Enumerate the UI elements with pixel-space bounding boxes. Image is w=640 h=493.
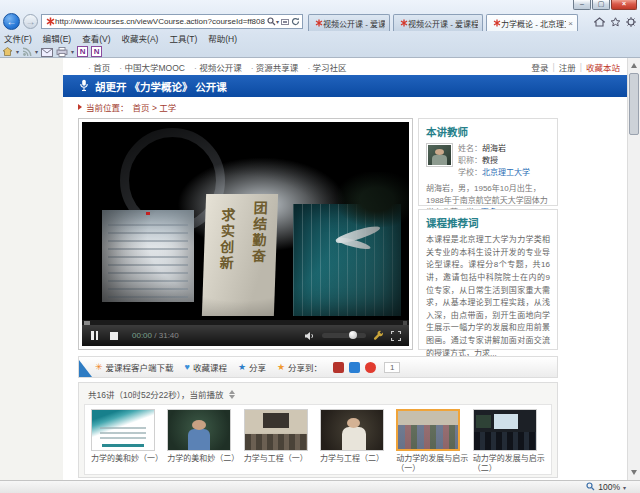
menu-bar: 文件(F) 编辑(E) 查看(V) 收藏夹(A) 工具(T) 帮助(H) (0, 32, 237, 44)
playlist-item[interactable]: 力学的美和妙（二） (167, 409, 241, 474)
teacher-school-link[interactable]: 北京理工大学 (482, 168, 530, 177)
volume-slider[interactable] (322, 333, 366, 338)
volume-knob[interactable] (349, 331, 357, 339)
back-button[interactable]: ← (3, 13, 20, 30)
status-bar: 100% ▾ (0, 480, 640, 493)
thumbnail-caption: 力学与工程（一） (244, 454, 318, 464)
navigation-row: ← → http://www.icourses.cn/viewVCourse.a… (0, 12, 640, 31)
minimize-button[interactable]: – (573, 0, 591, 10)
vertical-scrollbar[interactable] (627, 58, 640, 480)
time-separator: / (154, 331, 156, 340)
video-thumbnail-current[interactable] (396, 409, 460, 451)
video-thumbnail[interactable] (473, 409, 537, 451)
nav-home[interactable]: · 首页 (88, 61, 110, 73)
banner-title: 胡更开 《力学概论》 公开课 (95, 79, 227, 94)
favorites-star-icon[interactable] (610, 13, 621, 31)
playlist-item-current[interactable]: 动力学的发展与启示（一） (396, 409, 470, 474)
time-current: 00:00 (132, 331, 152, 340)
menu-favorites[interactable]: 收藏夹(A) (122, 32, 159, 44)
title-bar[interactable]: – ▢ × (0, 0, 640, 12)
video-screen[interactable]: 团结勤奋 求实创新 00:00 / (82, 122, 409, 346)
print-dropdown-icon[interactable]: ▾ (71, 48, 74, 55)
zoom-level[interactable]: 100% (598, 482, 620, 492)
teacher-name: 胡海岩 (482, 144, 506, 153)
bookmark-site-link[interactable]: 收藏本站 (586, 61, 620, 73)
zoom-dropdown-icon[interactable]: ▾ (623, 484, 626, 491)
renren-share-icon[interactable] (365, 362, 376, 373)
video-thumbnail[interactable] (167, 409, 231, 451)
recommendation-panel: 课程推荐词 本课程是北京理工大学为力学类相关专业的本科生设计开发的专业导论型课程… (418, 209, 558, 350)
stop-button[interactable] (110, 332, 118, 340)
search-dropdown-icon[interactable]: ▾ (276, 18, 279, 25)
video-thumbnail[interactable] (244, 409, 308, 451)
scrollbar-thumb[interactable] (629, 73, 639, 135)
menu-tools[interactable]: 工具(T) (169, 32, 197, 44)
close-button[interactable]: × (611, 0, 637, 10)
teacher-section-title: 本讲教师 (426, 124, 550, 139)
scroll-up-arrow-icon[interactable] (631, 63, 637, 68)
feed-dropdown-icon[interactable]: ▾ (35, 48, 38, 55)
menu-view[interactable]: 查看(V) (82, 32, 110, 44)
playlist-panel: 共16讲（10时52分22秒），当前播放 力学的美和妙（一） 力学的美和妙（二）… (78, 382, 558, 478)
school-label: 学校： (458, 168, 482, 177)
tab-title: 视频公开课 - 爱课程 (408, 18, 478, 29)
tab-strip: 视频公开课 - 爱课程 视频公开课 - 爱课程 力学概论 - 北京理工大... … (308, 12, 592, 31)
playlist-item[interactable]: 动力学的发展与启示（二） (473, 409, 547, 474)
home-dropdown-icon[interactable]: ▾ (16, 48, 19, 55)
tab-favicon (400, 19, 408, 27)
refresh-icon[interactable] (291, 17, 300, 26)
thumbnail-caption: 力学的美和妙（一） (91, 454, 165, 464)
forward-button[interactable]: → (23, 14, 38, 29)
nav-resource-share[interactable]: · 资源共享课 (251, 61, 299, 73)
tab-close-icon[interactable]: × (568, 19, 573, 28)
onenote-linked-notes-icon[interactable]: N (91, 46, 102, 57)
site-favicon (46, 17, 55, 26)
scroll-down-arrow-icon[interactable] (631, 470, 637, 475)
address-bar[interactable]: http://www.icourses.cn/viewVCourse.actio… (41, 14, 303, 29)
menu-help[interactable]: 帮助(H) (208, 32, 237, 44)
onenote-send-icon[interactable]: N (77, 46, 88, 57)
playlist-item[interactable]: 力学与工程（二） (320, 409, 394, 474)
tab-video-open-course-2[interactable]: 视频公开课 - 爱课程 (393, 14, 483, 31)
tab-mechanics-course-active[interactable]: 力学概论 - 北京理工大... × (486, 14, 578, 31)
nav-video-open-course[interactable]: · 视频公开课 (194, 61, 242, 73)
fullscreen-icon[interactable] (391, 327, 401, 345)
sort-toggle-icon[interactable] (229, 390, 235, 399)
course-banner: 胡更开 《力学概论》 公开课 (63, 75, 627, 97)
site-top-nav: · 首页 · 中国大学MOOC · 视频公开课 · 资源共享课 · 学习社区 登… (63, 58, 627, 75)
share-bar: ✳ 爱课程客户端下载 ♥ 收藏课程 ★ 分享 ★ 分享到： 1 (78, 356, 558, 378)
breadcrumb-label: 当前位置： (86, 101, 129, 113)
teacher-rank: 教授 (482, 156, 498, 165)
compatibility-view-icon[interactable] (281, 18, 289, 26)
login-link[interactable]: 登录 (532, 61, 549, 73)
breadcrumb-path[interactable]: 首页 > 工学 (133, 101, 177, 113)
playlist-item[interactable]: 力学的美和妙（一） (91, 409, 165, 474)
client-download-link[interactable]: ✳ 爱课程客户端下载 (95, 361, 174, 373)
register-link[interactable]: 注册 (559, 61, 576, 73)
settings-gear-icon[interactable] (626, 13, 636, 31)
nav-learning-community[interactable]: · 学习社区 (307, 61, 346, 73)
thumbnail-strip: 力学的美和妙（一） 力学的美和妙（二） 力学与工程（一） 力学与工程（二） 动力… (84, 404, 552, 475)
tab-video-open-course-1[interactable]: 视频公开课 - 爱课程 (308, 14, 390, 31)
favorite-course-button[interactable]: ♥ 收藏课程 (185, 361, 227, 373)
maximize-button[interactable]: ▢ (592, 0, 610, 10)
url-text[interactable]: http://www.icourses.cn/viewVCourse.actio… (55, 17, 265, 26)
settings-wrench-icon[interactable] (373, 327, 384, 345)
playlist-item[interactable]: 力学与工程（一） (244, 409, 318, 474)
search-icon[interactable] (267, 17, 276, 26)
separator: | (553, 62, 555, 72)
video-thumbnail[interactable] (320, 409, 384, 451)
share-button[interactable]: ★ 分享 (238, 361, 266, 373)
weibo-share-icon[interactable] (333, 362, 344, 373)
nav-china-mooc[interactable]: · 中国大学MOOC (119, 61, 185, 73)
volume-icon[interactable] (304, 327, 315, 345)
page-viewport: · 首页 · 中国大学MOOC · 视频公开课 · 资源共享课 · 学习社区 登… (0, 58, 627, 480)
tab-favicon (315, 19, 323, 27)
home-icon[interactable] (594, 13, 605, 31)
sun-icon: ✳ (95, 362, 103, 372)
qzone-share-icon[interactable] (349, 362, 360, 373)
thumbnail-caption: 动力学的发展与启示（二） (473, 454, 547, 473)
player-controls: 00:00 / 31:40 (82, 325, 409, 346)
pause-button[interactable] (91, 331, 98, 340)
video-thumbnail[interactable] (91, 409, 155, 451)
